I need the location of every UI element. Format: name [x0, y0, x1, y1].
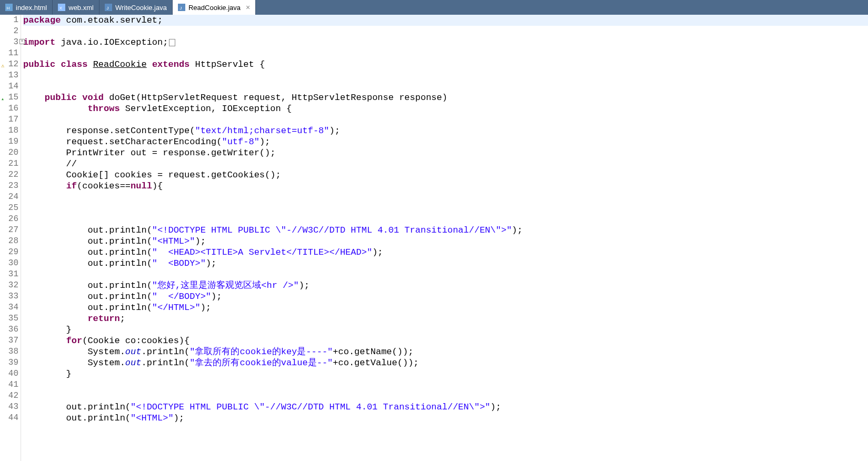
line-number: 11: [0, 48, 18, 59]
code-line[interactable]: out.println(" <BODY>");: [23, 258, 868, 269]
code-line[interactable]: Cookie[] cookies = request.getCookies();: [23, 169, 868, 181]
code-line[interactable]: [23, 26, 868, 37]
svg-text:H: H: [7, 6, 10, 11]
line-number: 29: [0, 247, 18, 258]
code-line[interactable]: }: [23, 324, 868, 335]
code-line[interactable]: package com.etoak.servlet;: [23, 15, 868, 26]
line-number: 27: [0, 225, 18, 236]
code-line[interactable]: return;: [23, 313, 868, 324]
code-line[interactable]: out.println("您好,这里是游客观览区域<hr />");: [23, 280, 868, 291]
line-number: 25: [0, 203, 18, 214]
code-line[interactable]: [23, 214, 868, 225]
svg-text:J: J: [106, 6, 108, 11]
folded-imports-icon[interactable]: [169, 39, 175, 46]
code-line[interactable]: [23, 269, 868, 280]
line-number: 3+: [0, 37, 18, 48]
code-line[interactable]: out.println("<!DOCTYPE HTML PUBLIC \"-//…: [23, 225, 868, 236]
code-line[interactable]: [23, 203, 868, 214]
line-number: 26: [0, 214, 18, 225]
line-number: 24: [0, 192, 18, 203]
line-number: 19: [0, 136, 18, 147]
code-line[interactable]: out.println(" <HEAD><TITLE>A Servlet</TI…: [23, 247, 868, 258]
line-number: 44: [0, 413, 18, 424]
line-number: 16: [0, 103, 18, 114]
code-line[interactable]: [23, 48, 868, 59]
line-number: 12⚠: [0, 59, 18, 70]
line-number: 40: [0, 368, 18, 379]
line-number: 42: [0, 390, 18, 402]
code-line[interactable]: [23, 114, 868, 125]
code-line[interactable]: request.setCharacterEncoding("utf-8");: [23, 136, 868, 147]
line-number: 17: [0, 114, 18, 125]
code-line[interactable]: out.println("<!DOCTYPE HTML PUBLIC \"-//…: [23, 402, 868, 413]
svg-text:X: X: [59, 6, 63, 11]
override-icon: ▴: [0, 94, 4, 99]
tab-label: WriteCookie.java: [115, 4, 167, 12]
java-file-icon: J: [178, 4, 185, 11]
line-number: 41: [0, 379, 18, 390]
java-file-icon: J: [105, 4, 112, 11]
xml-file-icon: X: [58, 4, 65, 11]
warning-icon: ⚠: [0, 61, 4, 66]
tab-web-xml[interactable]: X web.xml: [53, 0, 99, 15]
code-line[interactable]: [23, 70, 868, 81]
code-line[interactable]: out.println("<HTML>");: [23, 236, 868, 247]
line-number: 23: [0, 181, 18, 192]
line-number: 18: [0, 125, 18, 136]
code-line[interactable]: System.out.println("拿取所有的cookie的key是----…: [23, 346, 868, 357]
line-number: 38: [0, 346, 18, 357]
code-line[interactable]: [23, 390, 868, 402]
line-number: 31: [0, 269, 18, 280]
code-line[interactable]: response.setContentType("text/html;chars…: [23, 125, 868, 136]
code-line[interactable]: throws ServletException, IOException {: [23, 103, 868, 114]
tab-label: ReadCookie.java: [188, 4, 241, 12]
code-line[interactable]: for(Cookie co:cookies){: [23, 335, 868, 346]
code-line[interactable]: }: [23, 368, 868, 379]
line-number: 20: [0, 147, 18, 158]
line-number: 43: [0, 402, 18, 413]
line-number: 2: [0, 26, 18, 37]
code-line[interactable]: [23, 192, 868, 203]
line-number: 13: [0, 70, 18, 81]
tab-label: web.xml: [68, 4, 94, 12]
line-number: 39: [0, 357, 18, 368]
line-number: 22: [0, 169, 18, 181]
line-number: 30: [0, 258, 18, 269]
line-number: 33: [0, 291, 18, 302]
code-line[interactable]: out.println("</HTML>");: [23, 302, 868, 313]
line-number: 37: [0, 335, 18, 346]
code-line[interactable]: //: [23, 158, 868, 169]
line-number: 14: [0, 81, 18, 92]
fold-expand-icon[interactable]: +: [19, 39, 25, 44]
tab-index-html[interactable]: H index.html: [0, 0, 53, 15]
line-number: 35: [0, 313, 18, 324]
code-line[interactable]: import java.io.IOException;: [23, 37, 868, 48]
code-line[interactable]: public void doGet(HttpServletRequest req…: [23, 92, 868, 103]
code-line[interactable]: [23, 379, 868, 390]
code-area[interactable]: package com.etoak.servlet;import java.io…: [21, 15, 868, 461]
line-number: 32: [0, 280, 18, 291]
svg-text:J: J: [179, 6, 182, 11]
line-number: 15▴: [0, 92, 18, 103]
code-line[interactable]: PrintWriter out = response.getWriter();: [23, 147, 868, 158]
line-number: 28: [0, 236, 18, 247]
code-line[interactable]: if(cookies==null){: [23, 181, 868, 192]
editor-tabs: H index.html X web.xml J WriteCookie.jav…: [0, 0, 868, 15]
code-line[interactable]: out.println("<HTML>");: [23, 413, 868, 424]
tab-readcookie-java[interactable]: J ReadCookie.java ×: [173, 0, 256, 15]
code-line[interactable]: out.println(" </BODY>");: [23, 291, 868, 302]
line-number: 34: [0, 302, 18, 313]
line-number: 36: [0, 324, 18, 335]
line-number: 21: [0, 158, 18, 169]
html-file-icon: H: [5, 4, 13, 11]
line-number: 1: [0, 15, 18, 26]
code-line[interactable]: public class ReadCookie extends HttpServ…: [23, 59, 868, 70]
line-number-gutter: 123+1112⚠131415▴161718192021222324252627…: [0, 15, 21, 461]
tab-writecookie-java[interactable]: J WriteCookie.java: [99, 0, 173, 15]
code-editor: 123+1112⚠131415▴161718192021222324252627…: [0, 15, 868, 461]
close-icon[interactable]: ×: [246, 3, 250, 12]
code-line[interactable]: System.out.println("拿去的所有cookie的value是--…: [23, 357, 868, 368]
code-line[interactable]: [23, 81, 868, 92]
tab-label: index.html: [16, 4, 47, 12]
